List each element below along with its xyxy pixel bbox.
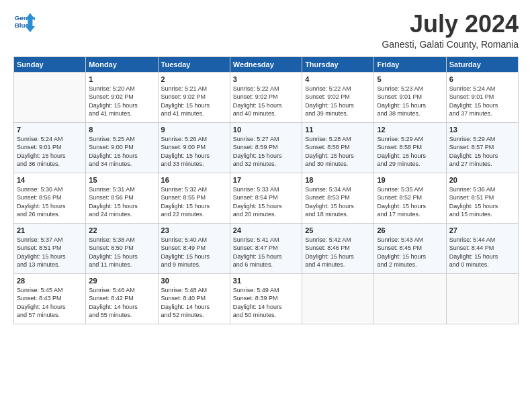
calendar-cell: 14Sunrise: 5:30 AM Sunset: 8:56 PM Dayli… (14, 173, 86, 223)
calendar-cell: 1Sunrise: 5:20 AM Sunset: 9:02 PM Daylig… (86, 72, 158, 122)
day-number: 18 (305, 176, 371, 184)
calendar-cell (302, 273, 374, 324)
calendar-cell: 20Sunrise: 5:36 AM Sunset: 8:51 PM Dayli… (446, 173, 518, 223)
column-header-wednesday: Wednesday (230, 56, 302, 72)
calendar-cell: 7Sunrise: 5:24 AM Sunset: 9:01 PM Daylig… (14, 122, 86, 173)
day-number: 1 (89, 75, 154, 83)
day-number: 21 (17, 226, 83, 234)
day-info: Sunrise: 5:42 AM Sunset: 8:46 PM Dayligh… (305, 236, 371, 269)
column-header-sunday: Sunday (14, 56, 86, 72)
logo-icon: General Blue (13, 11, 35, 32)
day-info: Sunrise: 5:35 AM Sunset: 8:52 PM Dayligh… (377, 185, 443, 219)
day-info: Sunrise: 5:28 AM Sunset: 8:58 PM Dayligh… (305, 135, 371, 169)
day-number: 24 (233, 226, 299, 234)
calendar-cell: 12Sunrise: 5:29 AM Sunset: 8:58 PM Dayli… (374, 122, 446, 173)
page: General Blue July 2024 Ganesti, Galati C… (0, 0, 532, 411)
day-number: 4 (305, 75, 371, 83)
calendar-cell: 17Sunrise: 5:33 AM Sunset: 8:54 PM Dayli… (230, 173, 302, 223)
day-info: Sunrise: 5:38 AM Sunset: 8:50 PM Dayligh… (89, 236, 154, 269)
day-number: 12 (377, 126, 443, 134)
day-info: Sunrise: 5:40 AM Sunset: 8:49 PM Dayligh… (161, 236, 227, 269)
calendar-cell: 15Sunrise: 5:31 AM Sunset: 8:56 PM Dayli… (86, 173, 158, 223)
calendar-cell: 3Sunrise: 5:22 AM Sunset: 9:02 PM Daylig… (230, 72, 302, 122)
logo: General Blue (13, 11, 35, 32)
calendar-week-row: 1Sunrise: 5:20 AM Sunset: 9:02 PM Daylig… (14, 72, 519, 122)
subtitle: Ganesti, Galati County, Romania (382, 39, 519, 50)
day-number: 29 (89, 277, 154, 285)
day-info: Sunrise: 5:32 AM Sunset: 8:55 PM Dayligh… (161, 185, 227, 219)
day-info: Sunrise: 5:46 AM Sunset: 8:42 PM Dayligh… (89, 286, 154, 320)
day-info: Sunrise: 5:48 AM Sunset: 8:40 PM Dayligh… (161, 286, 227, 320)
day-number: 6 (449, 75, 515, 83)
calendar-cell: 13Sunrise: 5:29 AM Sunset: 8:57 PM Dayli… (446, 122, 518, 173)
day-info: Sunrise: 5:24 AM Sunset: 9:01 PM Dayligh… (17, 135, 83, 169)
day-info: Sunrise: 5:27 AM Sunset: 8:59 PM Dayligh… (233, 135, 299, 169)
day-number: 15 (89, 176, 154, 184)
day-info: Sunrise: 5:22 AM Sunset: 9:02 PM Dayligh… (305, 85, 371, 118)
day-number: 11 (305, 126, 371, 134)
day-info: Sunrise: 5:33 AM Sunset: 8:54 PM Dayligh… (233, 185, 299, 219)
day-number: 9 (161, 126, 227, 134)
day-number: 26 (377, 226, 443, 234)
calendar-cell: 23Sunrise: 5:40 AM Sunset: 8:49 PM Dayli… (158, 223, 230, 273)
column-header-friday: Friday (374, 56, 446, 72)
calendar-cell: 29Sunrise: 5:46 AM Sunset: 8:42 PM Dayli… (86, 273, 158, 324)
day-number: 13 (449, 126, 515, 134)
calendar-cell: 9Sunrise: 5:26 AM Sunset: 9:00 PM Daylig… (158, 122, 230, 173)
day-number: 3 (233, 75, 299, 83)
calendar-cell: 28Sunrise: 5:45 AM Sunset: 8:43 PM Dayli… (14, 273, 86, 324)
calendar-cell: 11Sunrise: 5:28 AM Sunset: 8:58 PM Dayli… (302, 122, 374, 173)
day-info: Sunrise: 5:31 AM Sunset: 8:56 PM Dayligh… (89, 185, 154, 219)
column-header-monday: Monday (86, 56, 158, 72)
column-header-tuesday: Tuesday (158, 56, 230, 72)
day-number: 31 (233, 277, 299, 285)
day-info: Sunrise: 5:24 AM Sunset: 9:01 PM Dayligh… (449, 85, 515, 118)
day-number: 20 (449, 176, 515, 184)
day-info: Sunrise: 5:26 AM Sunset: 9:00 PM Dayligh… (161, 135, 227, 169)
calendar-week-row: 7Sunrise: 5:24 AM Sunset: 9:01 PM Daylig… (14, 122, 519, 173)
calendar-cell: 4Sunrise: 5:22 AM Sunset: 9:02 PM Daylig… (302, 72, 374, 122)
title-block: July 2024 Ganesti, Galati County, Romani… (382, 11, 519, 50)
calendar-cell: 21Sunrise: 5:37 AM Sunset: 8:51 PM Dayli… (14, 223, 86, 273)
calendar-cell (14, 72, 86, 122)
calendar-header-row: SundayMondayTuesdayWednesdayThursdayFrid… (14, 56, 519, 72)
day-info: Sunrise: 5:44 AM Sunset: 8:44 PM Dayligh… (449, 236, 515, 269)
day-info: Sunrise: 5:23 AM Sunset: 9:01 PM Dayligh… (377, 85, 443, 118)
calendar-week-row: 21Sunrise: 5:37 AM Sunset: 8:51 PM Dayli… (14, 223, 519, 273)
calendar-cell: 30Sunrise: 5:48 AM Sunset: 8:40 PM Dayli… (158, 273, 230, 324)
day-info: Sunrise: 5:41 AM Sunset: 8:47 PM Dayligh… (233, 236, 299, 269)
calendar-cell: 31Sunrise: 5:49 AM Sunset: 8:39 PM Dayli… (230, 273, 302, 324)
day-number: 23 (161, 226, 227, 234)
calendar-week-row: 14Sunrise: 5:30 AM Sunset: 8:56 PM Dayli… (14, 173, 519, 223)
day-number: 22 (89, 226, 154, 234)
day-info: Sunrise: 5:37 AM Sunset: 8:51 PM Dayligh… (17, 236, 83, 269)
day-info: Sunrise: 5:49 AM Sunset: 8:39 PM Dayligh… (233, 286, 299, 320)
day-info: Sunrise: 5:25 AM Sunset: 9:00 PM Dayligh… (89, 135, 154, 169)
header: General Blue July 2024 Ganesti, Galati C… (13, 11, 519, 50)
day-number: 19 (377, 176, 443, 184)
calendar-cell: 2Sunrise: 5:21 AM Sunset: 9:02 PM Daylig… (158, 72, 230, 122)
day-info: Sunrise: 5:29 AM Sunset: 8:57 PM Dayligh… (449, 135, 515, 169)
day-info: Sunrise: 5:43 AM Sunset: 8:45 PM Dayligh… (377, 236, 443, 269)
calendar-cell: 25Sunrise: 5:42 AM Sunset: 8:46 PM Dayli… (302, 223, 374, 273)
day-number: 10 (233, 126, 299, 134)
calendar-cell (446, 273, 518, 324)
day-info: Sunrise: 5:45 AM Sunset: 8:43 PM Dayligh… (17, 286, 83, 320)
column-header-thursday: Thursday (302, 56, 374, 72)
day-info: Sunrise: 5:30 AM Sunset: 8:56 PM Dayligh… (17, 185, 83, 219)
day-number: 25 (305, 226, 371, 234)
calendar-cell: 22Sunrise: 5:38 AM Sunset: 8:50 PM Dayli… (86, 223, 158, 273)
calendar-cell: 18Sunrise: 5:34 AM Sunset: 8:53 PM Dayli… (302, 173, 374, 223)
calendar-cell: 10Sunrise: 5:27 AM Sunset: 8:59 PM Dayli… (230, 122, 302, 173)
calendar-cell: 19Sunrise: 5:35 AM Sunset: 8:52 PM Dayli… (374, 173, 446, 223)
day-number: 30 (161, 277, 227, 285)
day-info: Sunrise: 5:21 AM Sunset: 9:02 PM Dayligh… (161, 85, 227, 118)
day-number: 2 (161, 75, 227, 83)
calendar-cell: 8Sunrise: 5:25 AM Sunset: 9:00 PM Daylig… (86, 122, 158, 173)
day-info: Sunrise: 5:36 AM Sunset: 8:51 PM Dayligh… (449, 185, 515, 219)
day-info: Sunrise: 5:34 AM Sunset: 8:53 PM Dayligh… (305, 185, 371, 219)
day-number: 7 (17, 126, 83, 134)
day-number: 28 (17, 277, 83, 285)
day-number: 16 (161, 176, 227, 184)
calendar-table: SundayMondayTuesdayWednesdayThursdayFrid… (13, 56, 519, 324)
